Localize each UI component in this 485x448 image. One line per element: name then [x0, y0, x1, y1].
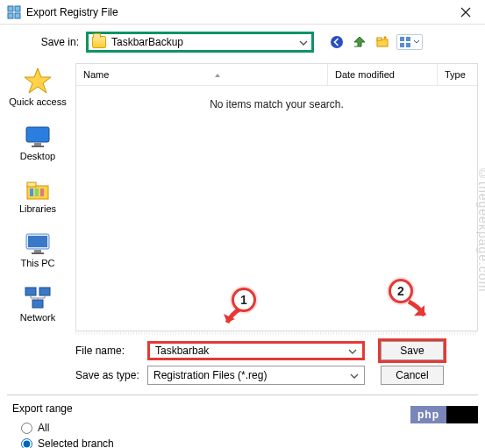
- svg-rect-18: [40, 188, 44, 196]
- save-button[interactable]: Save: [381, 341, 444, 360]
- column-label: Type: [445, 69, 466, 80]
- chevron-down-icon: [350, 369, 359, 381]
- network-icon: [24, 286, 52, 310]
- window-title: Export Registry File: [26, 6, 446, 18]
- places-bar: Quick access Desktop Libraries This PC N…: [0, 60, 75, 331]
- titlebar: Export Registry File: [0, 0, 485, 25]
- place-libraries[interactable]: Libraries: [0, 175, 75, 217]
- export-range-header: Export range: [12, 402, 476, 415]
- watermark: ©thegeekpage.com: [476, 167, 485, 292]
- list-header: Name Date modified Type: [76, 64, 477, 86]
- svg-rect-9: [400, 43, 404, 47]
- place-label: This PC: [20, 258, 54, 268]
- place-network[interactable]: Network: [0, 282, 75, 326]
- pc-icon: [24, 231, 52, 256]
- svg-rect-21: [34, 250, 41, 252]
- separator: [7, 395, 478, 395]
- svg-rect-1: [15, 6, 20, 11]
- svg-rect-12: [34, 143, 41, 146]
- column-type[interactable]: Type: [438, 64, 477, 85]
- annotation-arrow-2: [403, 298, 432, 323]
- svg-rect-6: [377, 38, 382, 40]
- place-label: Desktop: [20, 151, 55, 161]
- chevron-down-icon: [413, 36, 420, 48]
- svg-rect-13: [32, 146, 44, 147]
- up-button[interactable]: [351, 33, 368, 51]
- annotation-callout-1: 1: [232, 288, 256, 312]
- radio-all[interactable]: All: [12, 420, 476, 436]
- file-list[interactable]: Name Date modified Type No items match y…: [75, 63, 478, 331]
- place-label: Network: [20, 312, 55, 323]
- place-this-pc[interactable]: This PC: [0, 228, 75, 272]
- new-folder-button[interactable]: [374, 33, 391, 51]
- svg-point-4: [331, 36, 343, 48]
- svg-rect-3: [15, 13, 20, 18]
- svg-rect-20: [28, 236, 47, 247]
- savein-value: TaskbarBackup: [111, 36, 183, 48]
- svg-rect-2: [8, 13, 13, 18]
- php-badge: php: [410, 406, 446, 423]
- savein-label: Save in:: [18, 36, 79, 48]
- svg-rect-17: [35, 188, 39, 196]
- place-label: Quick access: [9, 96, 66, 107]
- svg-rect-10: [406, 43, 410, 47]
- savetype-label: Save as type:: [18, 369, 140, 381]
- radio-selected-input[interactable]: [21, 438, 32, 449]
- cancel-label: Cancel: [396, 369, 428, 381]
- radio-selected-label: Selected branch: [38, 437, 114, 448]
- regedit-icon: [7, 5, 21, 19]
- filename-input[interactable]: Taskbarbak: [147, 341, 365, 360]
- nav-toolbar: [328, 33, 423, 51]
- badge-dark: [446, 406, 478, 423]
- savein-dropdown[interactable]: TaskbarBackup: [86, 32, 314, 53]
- empty-message: No items match your search.: [76, 86, 477, 123]
- savetype-dropdown[interactable]: Registration Files (*.reg): [147, 366, 365, 385]
- savetype-row: Save as type: Registration Files (*.reg)…: [0, 363, 485, 388]
- svg-rect-8: [406, 37, 410, 41]
- place-desktop[interactable]: Desktop: [0, 121, 75, 165]
- place-label: Libraries: [19, 203, 56, 214]
- svg-rect-11: [26, 127, 49, 142]
- svg-rect-16: [30, 188, 33, 196]
- svg-rect-23: [25, 288, 36, 295]
- svg-rect-0: [8, 6, 13, 11]
- svg-rect-15: [27, 182, 36, 187]
- savein-row: Save in: TaskbarBackup: [0, 25, 485, 60]
- savetype-value: Registration Files (*.reg): [153, 369, 350, 381]
- filename-row: File name: Taskbarbak Save: [0, 338, 485, 363]
- resize-divider[interactable]: [75, 331, 478, 335]
- close-button[interactable]: [446, 0, 485, 25]
- place-quick-access[interactable]: Quick access: [0, 63, 75, 110]
- radio-all-label: All: [38, 422, 49, 434]
- filename-value: Taskbarbak: [155, 345, 348, 357]
- column-label: Name: [83, 69, 109, 80]
- svg-rect-25: [32, 300, 43, 308]
- chevron-down-icon: [348, 345, 357, 357]
- sort-asc-icon: [214, 69, 221, 80]
- desktop-icon: [24, 124, 52, 149]
- filename-label: File name:: [18, 345, 140, 357]
- cancel-button[interactable]: Cancel: [381, 366, 444, 385]
- radio-selected[interactable]: Selected branch: [12, 436, 476, 448]
- svg-rect-22: [32, 252, 44, 254]
- grid-icon: [399, 36, 411, 48]
- libraries-icon: [25, 179, 50, 202]
- annotation-callout-2: 2: [389, 279, 413, 303]
- radio-all-input[interactable]: [21, 423, 32, 434]
- folder-icon: [92, 36, 106, 48]
- chevron-down-icon: [299, 36, 308, 48]
- views-menu[interactable]: [396, 34, 423, 50]
- column-label: Date modified: [335, 69, 395, 80]
- site-badge: php: [410, 406, 478, 423]
- star-icon: [24, 67, 52, 95]
- svg-rect-7: [400, 37, 404, 41]
- column-name[interactable]: Name: [76, 64, 328, 85]
- back-button[interactable]: [328, 33, 346, 51]
- save-label: Save: [400, 345, 424, 357]
- column-date[interactable]: Date modified: [328, 64, 438, 85]
- svg-rect-24: [39, 288, 50, 295]
